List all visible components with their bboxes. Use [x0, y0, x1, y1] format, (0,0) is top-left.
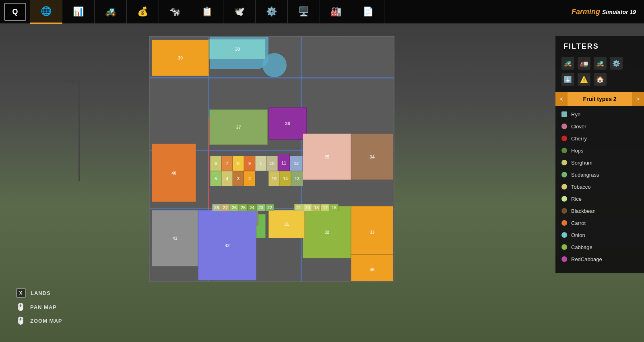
parcel-26[interactable]: 26 — [230, 204, 239, 211]
filter-tractor-icon[interactable]: 🚜 — [561, 57, 574, 70]
nav-contract[interactable]: 📋 — [191, 0, 223, 24]
parcel-16[interactable]: 16 — [330, 204, 339, 211]
filter-color-rice — [561, 196, 567, 202]
parcel-2[interactable]: 2 — [244, 171, 255, 186]
filter-label-rice: Rice — [571, 196, 582, 202]
filter-item-hops[interactable]: Hops — [555, 144, 644, 157]
filter-label-hops: Hops — [571, 148, 583, 154]
road-horizontal-1 — [150, 77, 394, 78]
parcel-17[interactable]: 17 — [321, 204, 330, 211]
parcel-20[interactable]: 20 — [303, 204, 312, 211]
filter-color-sudangrass — [561, 172, 567, 177]
pan-control: 🖱️ PAN MAP — [16, 303, 62, 311]
parcel-34[interactable]: 34 — [351, 134, 393, 180]
filter-label-cabbage: Cabbage — [571, 244, 592, 250]
q-button[interactable]: Q — [4, 3, 26, 21]
parcel-42[interactable]: 42 — [198, 210, 256, 280]
filter-item-onion[interactable]: Onion — [555, 229, 644, 241]
fruit-prev-button[interactable]: < — [555, 92, 568, 106]
filter-item-blackbean[interactable]: Blackbean — [555, 205, 644, 217]
nav-monitor[interactable]: 🖥️ — [288, 0, 320, 24]
x-key[interactable]: X — [16, 288, 26, 298]
filter-item-cherry[interactable]: Cherry — [555, 132, 644, 144]
nav-garage[interactable]: ⚙️ — [256, 0, 288, 24]
parcel-3[interactable]: 3 — [233, 171, 244, 186]
parcel-39[interactable]: 39 — [152, 40, 209, 76]
parcel-10[interactable]: 10 — [266, 156, 278, 171]
filter-item-tobacco[interactable]: Tobacco — [555, 181, 644, 193]
nav-help[interactable]: 📄 — [352, 0, 384, 24]
map-container[interactable]: 3938403736353433323130294241434445466789… — [149, 36, 394, 282]
nav-animal[interactable]: 🐄 — [159, 0, 191, 24]
parcel-31[interactable]: 31 — [268, 210, 305, 238]
filter-alert-icon[interactable]: ⚠️ — [578, 73, 590, 86]
filter-truck-icon[interactable]: 🚛 — [578, 57, 590, 70]
filter-color-onion — [561, 232, 567, 238]
parcel-24[interactable]: 24 — [248, 204, 256, 211]
parcel-19[interactable]: 19 — [268, 171, 280, 186]
filter-item-redcabbage[interactable]: RedCabbage — [555, 253, 644, 265]
nav-money[interactable]: 💰 — [127, 0, 159, 24]
parcel-32[interactable]: 32 — [303, 206, 351, 258]
nav-mission[interactable]: 🕊️ — [223, 0, 256, 24]
filter-house-icon[interactable]: 🏠 — [594, 73, 607, 86]
filter-item-rye[interactable]: Rye — [555, 108, 644, 120]
parcel-46[interactable]: 46 — [351, 254, 393, 282]
stats-icon: 📊 — [73, 6, 84, 17]
filter-item-sudangrass[interactable]: Sudangrass — [555, 169, 644, 181]
filter-list: RyeCloverCherryHopsSorghumSudangrassToba… — [555, 108, 644, 265]
bottom-controls: X LANDS 🖱️ PAN MAP 🖱️ ZOOM MAP — [16, 288, 62, 330]
parcel-41[interactable]: 41 — [152, 210, 198, 266]
filter-item-cabbage[interactable]: Cabbage — [555, 241, 644, 253]
filter-label-rye: Rye — [571, 111, 580, 117]
street-lamp-left — [78, 80, 80, 181]
parcel-4[interactable]: 4 — [221, 171, 233, 186]
zoom-label: ZOOM MAP — [30, 318, 62, 324]
parcel-18[interactable]: 18 — [312, 204, 321, 211]
filter-gear-icon[interactable]: ⚙️ — [610, 57, 623, 70]
parcel-1[interactable]: 1 — [255, 156, 266, 171]
map-icon: 🌐 — [41, 6, 52, 16]
boundary-2 — [208, 117, 209, 210]
filter-color-carrot — [561, 220, 567, 226]
game-logo: Farming Simulator 19 — [572, 8, 644, 16]
nav-tractor[interactable]: 🚜 — [95, 0, 127, 24]
parcel-25[interactable]: 25 — [239, 204, 248, 211]
nav-map[interactable]: 🌐 — [30, 0, 62, 24]
parcel-9[interactable]: 9 — [244, 156, 255, 171]
nav-stats[interactable]: 📊 — [62, 0, 95, 24]
parcel-13[interactable]: 13 — [291, 171, 303, 186]
parcel-23[interactable]: 23 — [256, 204, 265, 211]
filter-label-blackbean: Blackbean — [571, 208, 596, 214]
parcel-35[interactable]: 35 — [303, 134, 351, 180]
parcel-21[interactable]: 21 — [294, 204, 303, 211]
filter-label-sorghum: Sorghum — [571, 160, 592, 166]
parcel-38[interactable]: 38 — [209, 39, 266, 59]
parcel-27[interactable]: 27 — [221, 204, 230, 211]
parcel-37[interactable]: 37 — [209, 109, 268, 145]
filter-combine-icon[interactable]: 🚜 — [594, 57, 607, 70]
parcel-12[interactable]: 12 — [290, 156, 303, 171]
parcel-7[interactable]: 7 — [221, 156, 233, 171]
filter-color-blackbean — [561, 208, 567, 214]
filter-icons-row: 🚜 🚛 🚜 ⚙️ ⬇️ ⚠️ 🏠 — [555, 55, 644, 90]
pan-label: PAN MAP — [30, 304, 57, 310]
fruit-next-button[interactable]: > — [632, 92, 644, 106]
parcel-14[interactable]: 14 — [280, 171, 291, 186]
parcel-5[interactable]: 5 — [210, 171, 221, 186]
parcel-8[interactable]: 8 — [233, 156, 244, 171]
parcel-22[interactable]: 22 — [265, 204, 274, 211]
parcel-6[interactable]: 6 — [210, 156, 221, 171]
parcel-11[interactable]: 11 — [278, 154, 290, 172]
nav-production[interactable]: 🏭 — [320, 0, 352, 24]
parcel-33[interactable]: 33 — [351, 206, 393, 258]
parcel-40[interactable]: 40 — [152, 144, 196, 202]
parcel-36[interactable]: 36 — [268, 107, 307, 140]
filter-item-rice[interactable]: Rice — [555, 193, 644, 205]
parcel-28[interactable]: 28 — [212, 204, 221, 211]
filter-item-clover[interactable]: Clover — [555, 120, 644, 132]
filter-item-carrot[interactable]: Carrot — [555, 217, 644, 229]
filter-download-icon[interactable]: ⬇️ — [561, 73, 574, 86]
mission-icon: 🕊️ — [234, 6, 245, 17]
filter-item-sorghum[interactable]: Sorghum — [555, 157, 644, 169]
